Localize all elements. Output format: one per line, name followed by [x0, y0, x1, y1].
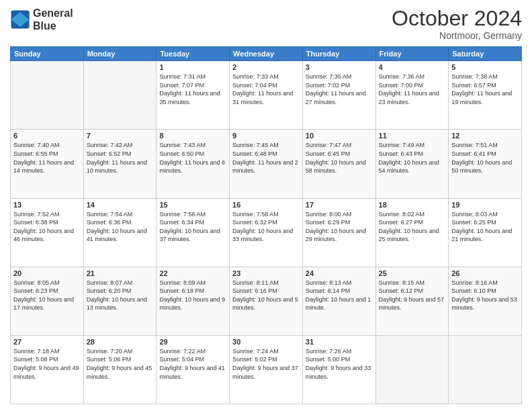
day-number: 18	[379, 201, 446, 209]
weekday-thursday: Thursday	[302, 47, 375, 61]
header: General Blue October 2024 Nortmoor, Germ…	[10, 7, 522, 41]
day-cell-0-3: 2Sunrise: 7:33 AM Sunset: 7:04 PM Daylig…	[230, 61, 303, 130]
day-info: Sunrise: 7:35 AM Sunset: 7:02 PM Dayligh…	[306, 73, 373, 106]
day-number: 24	[306, 269, 373, 277]
day-info: Sunrise: 7:18 AM Sunset: 5:08 PM Dayligh…	[13, 347, 81, 381]
day-number: 31	[306, 338, 373, 346]
calendar-body: 1Sunrise: 7:31 AM Sunset: 7:07 PM Daylig…	[11, 61, 522, 404]
day-number: 16	[232, 201, 300, 209]
day-number: 3	[306, 63, 373, 71]
day-cell-0-1	[83, 61, 157, 130]
day-number: 28	[87, 338, 154, 346]
day-number: 10	[306, 132, 373, 140]
day-number: 21	[87, 269, 154, 277]
day-cell-2-3: 16Sunrise: 7:58 AM Sunset: 6:32 PM Dayli…	[230, 198, 303, 267]
week-row-1: 6Sunrise: 7:40 AM Sunset: 6:55 PM Daylig…	[11, 130, 522, 198]
day-cell-4-1: 28Sunrise: 7:20 AM Sunset: 5:06 PM Dayli…	[83, 335, 157, 404]
day-number: 23	[232, 269, 300, 277]
day-cell-2-4: 17Sunrise: 8:00 AM Sunset: 6:29 PM Dayli…	[302, 198, 375, 267]
day-cell-2-5: 18Sunrise: 8:02 AM Sunset: 6:27 PM Dayli…	[375, 198, 449, 267]
day-cell-1-6: 12Sunrise: 7:51 AM Sunset: 6:41 PM Dayli…	[449, 130, 522, 198]
day-info: Sunrise: 7:40 AM Sunset: 6:55 PM Dayligh…	[13, 141, 81, 175]
day-cell-2-6: 19Sunrise: 8:03 AM Sunset: 6:25 PM Dayli…	[449, 198, 522, 267]
day-cell-1-4: 10Sunrise: 7:47 AM Sunset: 6:45 PM Dayli…	[302, 130, 375, 198]
day-cell-0-0	[11, 61, 84, 130]
day-number: 25	[379, 269, 446, 277]
weekday-row: Sunday Monday Tuesday Wednesday Thursday…	[11, 47, 522, 61]
day-cell-1-3: 9Sunrise: 7:45 AM Sunset: 6:48 PM Daylig…	[230, 130, 303, 198]
day-number: 9	[232, 132, 300, 140]
day-cell-0-5: 4Sunrise: 7:36 AM Sunset: 7:00 PM Daylig…	[375, 61, 449, 130]
day-number: 15	[159, 201, 226, 209]
day-info: Sunrise: 7:54 AM Sunset: 6:36 PM Dayligh…	[87, 210, 154, 244]
day-info: Sunrise: 7:22 AM Sunset: 5:04 PM Dayligh…	[159, 347, 226, 381]
day-info: Sunrise: 8:11 AM Sunset: 6:16 PM Dayligh…	[232, 279, 300, 312]
day-number: 19	[451, 201, 519, 209]
month-title: October 2024	[392, 7, 522, 30]
day-cell-4-4: 31Sunrise: 7:26 AM Sunset: 5:00 PM Dayli…	[302, 335, 375, 404]
calendar-header: Sunday Monday Tuesday Wednesday Thursday…	[11, 47, 522, 61]
logo-line2: Blue	[33, 19, 73, 32]
weekday-saturday: Saturday	[449, 47, 522, 61]
day-number: 1	[159, 63, 226, 71]
day-number: 27	[13, 338, 81, 346]
day-cell-3-5: 25Sunrise: 8:15 AM Sunset: 6:12 PM Dayli…	[375, 267, 449, 335]
day-cell-4-3: 30Sunrise: 7:24 AM Sunset: 5:02 PM Dayli…	[230, 335, 303, 404]
logo-text: General Blue	[33, 7, 73, 32]
day-info: Sunrise: 7:33 AM Sunset: 7:04 PM Dayligh…	[232, 73, 300, 106]
day-number: 20	[13, 269, 81, 277]
day-number: 11	[379, 132, 446, 140]
weekday-sunday: Sunday	[11, 47, 84, 61]
day-cell-3-1: 21Sunrise: 8:07 AM Sunset: 6:20 PM Dayli…	[83, 267, 157, 335]
day-info: Sunrise: 7:31 AM Sunset: 7:07 PM Dayligh…	[159, 73, 226, 106]
title-block: October 2024 Nortmoor, Germany	[392, 7, 522, 41]
day-info: Sunrise: 8:03 AM Sunset: 6:25 PM Dayligh…	[451, 210, 519, 244]
day-info: Sunrise: 7:51 AM Sunset: 6:41 PM Dayligh…	[451, 141, 519, 175]
day-cell-2-1: 14Sunrise: 7:54 AM Sunset: 6:36 PM Dayli…	[83, 198, 157, 267]
day-cell-4-2: 29Sunrise: 7:22 AM Sunset: 5:04 PM Dayli…	[157, 335, 230, 404]
day-info: Sunrise: 8:16 AM Sunset: 6:10 PM Dayligh…	[451, 279, 519, 312]
day-cell-0-4: 3Sunrise: 7:35 AM Sunset: 7:02 PM Daylig…	[302, 61, 375, 130]
logo-line1: General	[33, 7, 73, 19]
day-cell-4-0: 27Sunrise: 7:18 AM Sunset: 5:08 PM Dayli…	[11, 335, 84, 404]
day-number: 12	[451, 132, 519, 140]
weekday-friday: Friday	[375, 47, 449, 61]
day-info: Sunrise: 7:24 AM Sunset: 5:02 PM Dayligh…	[232, 347, 300, 381]
day-info: Sunrise: 8:00 AM Sunset: 6:29 PM Dayligh…	[306, 210, 373, 244]
day-info: Sunrise: 7:49 AM Sunset: 6:43 PM Dayligh…	[379, 141, 446, 175]
day-number: 4	[379, 63, 446, 71]
day-info: Sunrise: 7:45 AM Sunset: 6:48 PM Dayligh…	[232, 141, 300, 175]
day-info: Sunrise: 7:42 AM Sunset: 6:52 PM Dayligh…	[87, 141, 154, 175]
day-info: Sunrise: 7:43 AM Sunset: 6:50 PM Dayligh…	[159, 141, 226, 175]
day-number: 30	[232, 338, 300, 346]
day-number: 8	[159, 132, 226, 140]
calendar-table: Sunday Monday Tuesday Wednesday Thursday…	[10, 46, 522, 404]
day-info: Sunrise: 8:09 AM Sunset: 6:18 PM Dayligh…	[159, 279, 226, 312]
day-info: Sunrise: 8:05 AM Sunset: 6:23 PM Dayligh…	[13, 279, 81, 312]
day-number: 26	[451, 269, 519, 277]
day-info: Sunrise: 7:56 AM Sunset: 6:34 PM Dayligh…	[159, 210, 226, 244]
day-info: Sunrise: 7:58 AM Sunset: 6:32 PM Dayligh…	[232, 210, 300, 244]
day-cell-4-6	[449, 335, 522, 404]
day-info: Sunrise: 8:15 AM Sunset: 6:12 PM Dayligh…	[379, 279, 446, 312]
week-row-4: 27Sunrise: 7:18 AM Sunset: 5:08 PM Dayli…	[11, 335, 522, 404]
weekday-tuesday: Tuesday	[157, 47, 230, 61]
week-row-3: 20Sunrise: 8:05 AM Sunset: 6:23 PM Dayli…	[11, 267, 522, 335]
day-cell-4-5	[375, 335, 449, 404]
day-info: Sunrise: 8:13 AM Sunset: 6:14 PM Dayligh…	[306, 279, 373, 312]
day-cell-3-3: 23Sunrise: 8:11 AM Sunset: 6:16 PM Dayli…	[230, 267, 303, 335]
logo: General Blue	[10, 7, 73, 32]
logo-icon	[10, 9, 30, 30]
day-cell-1-2: 8Sunrise: 7:43 AM Sunset: 6:50 PM Daylig…	[157, 130, 230, 198]
day-info: Sunrise: 8:07 AM Sunset: 6:20 PM Dayligh…	[87, 279, 154, 312]
day-number: 5	[451, 63, 519, 71]
day-info: Sunrise: 8:02 AM Sunset: 6:27 PM Dayligh…	[379, 210, 446, 244]
day-number: 2	[232, 63, 300, 71]
day-cell-3-0: 20Sunrise: 8:05 AM Sunset: 6:23 PM Dayli…	[11, 267, 84, 335]
day-cell-3-4: 24Sunrise: 8:13 AM Sunset: 6:14 PM Dayli…	[302, 267, 375, 335]
day-cell-1-1: 7Sunrise: 7:42 AM Sunset: 6:52 PM Daylig…	[83, 130, 157, 198]
weekday-monday: Monday	[83, 47, 157, 61]
day-number: 13	[13, 201, 81, 209]
day-cell-0-2: 1Sunrise: 7:31 AM Sunset: 7:07 PM Daylig…	[157, 61, 230, 130]
day-info: Sunrise: 7:26 AM Sunset: 5:00 PM Dayligh…	[306, 347, 373, 381]
